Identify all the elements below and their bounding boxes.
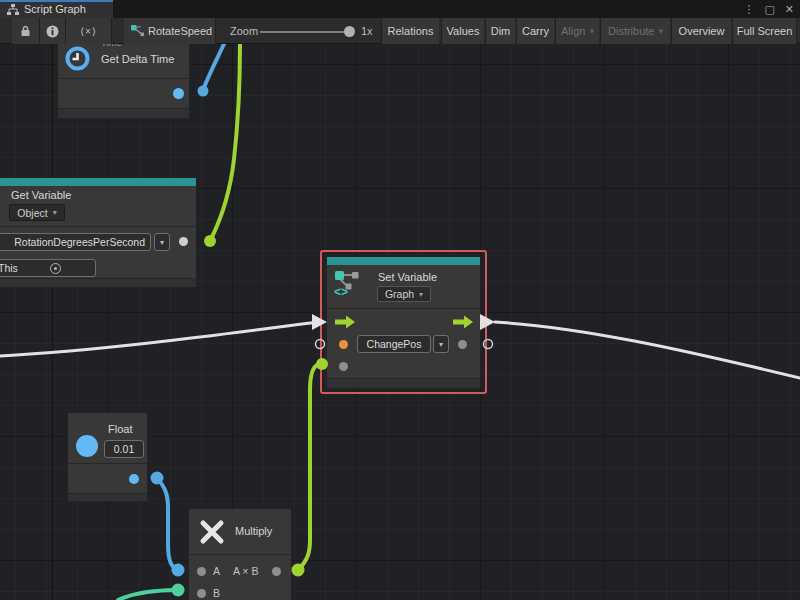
angle-brackets-icon: ⟨×⟩	[80, 26, 97, 37]
node-footer	[0, 278, 196, 287]
window-controls: ⋮ ▢ ✕	[743, 0, 794, 18]
tab-title: Script Graph	[24, 3, 86, 15]
float-type-icon	[76, 435, 98, 457]
tab-script-graph[interactable]: Script Graph	[0, 0, 113, 18]
values-button[interactable]: Values	[441, 18, 484, 44]
input-a-label: A	[213, 565, 220, 577]
wire-get-variable-out[interactable]	[204, 44, 240, 247]
float-output-port[interactable]	[129, 474, 139, 484]
variable-value-output-port[interactable]	[179, 237, 188, 246]
result-label: A × B	[233, 565, 258, 577]
fullscreen-button[interactable]: Full Screen	[732, 18, 797, 44]
carry-button[interactable]: Carry	[516, 18, 554, 44]
variable-target-field[interactable]: This	[0, 259, 96, 277]
distribute-button[interactable]: Distribute ▾	[600, 18, 670, 44]
zoom-label: Zoom	[230, 18, 258, 44]
result-output-port[interactable]	[272, 567, 281, 576]
chevron-down-icon: ▾	[53, 208, 57, 217]
node-multiply[interactable]: Multiply A A × B B	[188, 508, 292, 600]
graph-canvas[interactable]: Time Get Delta Time Get Variable Object …	[0, 44, 800, 600]
wire-delta-time-out[interactable]	[198, 44, 225, 97]
node-footer	[68, 493, 147, 501]
node-title: Get Delta Time	[101, 53, 174, 65]
focused-tab-highlight	[0, 0, 113, 2]
node-title: Float	[108, 423, 132, 435]
node-get-variable[interactable]: Get Variable Object ▾ RotationDegreesPer…	[0, 177, 197, 288]
wire-control-flow-left[interactable]	[0, 314, 327, 356]
overview-button[interactable]: Overview	[671, 18, 731, 44]
clock-icon	[64, 45, 91, 72]
node-float[interactable]: Float 0.01	[67, 412, 148, 502]
node-title: Multiply	[235, 525, 272, 537]
object-picker-icon[interactable]	[50, 263, 61, 274]
graph-toolbar: ⟨×⟩ RotateSpeed Zoom 1x Relations Values…	[0, 18, 800, 44]
chevron-down-icon: ▾	[160, 238, 164, 247]
zoom-slider-handle[interactable]	[344, 26, 355, 37]
tab-bar: Script Graph ⋮ ▢ ✕	[0, 0, 800, 18]
variable-scope-dropdown[interactable]: Object ▾	[9, 204, 65, 221]
relations-button[interactable]: Relations	[381, 18, 439, 44]
selection-outline	[320, 250, 487, 394]
unity-script-graph-window: Script Graph ⋮ ▢ ✕ ⟨×⟩	[0, 0, 800, 600]
node-get-delta-time[interactable]: Time Get Delta Time	[57, 44, 190, 119]
breadcrumb-rotatespeed[interactable]: RotateSpeed	[124, 18, 216, 44]
menu-icon[interactable]: ⋮	[743, 0, 754, 18]
node-footer	[58, 108, 189, 118]
wire-float-to-multiply-a[interactable]	[151, 472, 185, 577]
close-icon[interactable]: ✕	[785, 0, 794, 18]
float-value-input[interactable]: 0.01	[104, 440, 144, 458]
zoom-slider-track[interactable]	[260, 31, 352, 33]
chevron-down-icon: ▾	[589, 26, 594, 36]
variable-name-field[interactable]: RotationDegreesPerSecond	[0, 233, 151, 251]
zoom-value: 1x	[361, 18, 373, 44]
dim-button[interactable]: Dim	[485, 18, 515, 44]
chevron-down-icon: ▾	[658, 26, 663, 36]
delta-time-output-port[interactable]	[173, 88, 184, 99]
variable-node-strip	[0, 178, 196, 186]
variable-name-dropdown-button[interactable]: ▾	[154, 233, 170, 251]
wire-to-multiply-b[interactable]	[118, 584, 185, 600]
wire-control-flow-right[interactable]	[480, 314, 800, 378]
graph-icon	[7, 4, 19, 15]
input-b-port[interactable]	[197, 589, 206, 598]
node-category: Time	[101, 44, 122, 48]
node-title: Get Variable	[11, 189, 71, 201]
lock-icon	[20, 25, 31, 37]
maximize-icon[interactable]: ▢	[764, 0, 774, 18]
input-b-label: B	[213, 587, 220, 599]
info-button[interactable]	[40, 18, 66, 44]
align-button[interactable]: Align ▾	[555, 18, 599, 44]
input-a-port[interactable]	[197, 567, 206, 576]
breadcrumb-label: RotateSpeed	[148, 25, 212, 37]
script-machine-icon	[131, 25, 144, 37]
multiply-icon	[197, 517, 227, 547]
code-view-button[interactable]: ⟨×⟩	[66, 18, 112, 44]
info-icon	[46, 25, 59, 38]
lock-button[interactable]	[12, 18, 40, 44]
